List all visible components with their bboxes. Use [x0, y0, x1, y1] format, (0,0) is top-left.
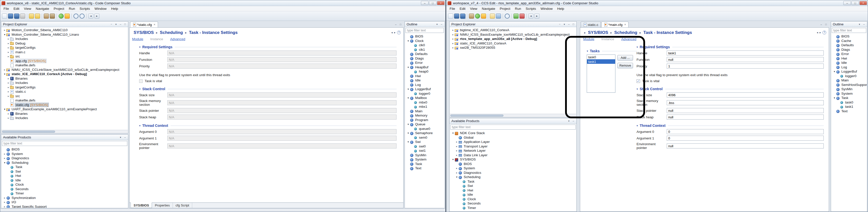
filter-input[interactable] [406, 28, 444, 33]
search-icon[interactable] [73, 13, 79, 19]
tree-item[interactable]: ▸Data Link Layer [450, 153, 576, 157]
editor-tab[interactable]: *main.cfg× [601, 22, 628, 27]
tree-item[interactable]: ▸static.c [1, 90, 128, 94]
view-menu-icon[interactable]: ▾ [114, 22, 118, 26]
tree-item[interactable]: ▾Scheduling [1, 161, 128, 165]
search-file-icon[interactable] [80, 13, 85, 19]
tree-item[interactable]: ▸Includes [1, 37, 128, 41]
menu-item[interactable]: File [447, 7, 457, 10]
stack-pointer-input[interactable]: null [667, 108, 824, 113]
search-icon[interactable] [505, 13, 510, 19]
breadcrumb-item[interactable]: Task - Instance Settings [189, 30, 238, 35]
tree-item[interactable]: Defaults [405, 52, 444, 56]
breadcrumb-item[interactable]: SYS/BIOS [588, 30, 608, 35]
menu-item[interactable]: Edit [11, 7, 22, 10]
menu-item[interactable]: Edit [457, 7, 468, 10]
minimize-view-icon[interactable]: – [119, 22, 123, 26]
tree-item[interactable]: ▸src [1, 94, 128, 99]
breadcrumb-item[interactable]: SYS/BIOS [133, 30, 154, 35]
tree-item[interactable]: SemiHostSupport [831, 83, 867, 87]
section-required-settings[interactable]: ▾ Required Settings [637, 45, 824, 49]
tree-item[interactable]: task0 [831, 100, 867, 105]
tree-item[interactable]: ▸main.c [1, 50, 128, 55]
flash-icon[interactable] [481, 13, 486, 19]
view-menu-icon[interactable]: ▾ [858, 22, 862, 26]
tree-item[interactable]: Clock [1, 182, 128, 187]
help-icon[interactable]: ? [397, 31, 401, 34]
twisty-icon[interactable]: ▾ [407, 39, 410, 42]
tree-item[interactable]: BIOS [450, 162, 576, 166]
breadcrumb-item[interactable]: Scheduling [614, 30, 637, 35]
bottom-tab[interactable]: Properties [152, 203, 173, 208]
twisty-icon[interactable]: ▾ [452, 158, 455, 161]
minimize-button[interactable]: – [843, 1, 851, 5]
stack-heap-input[interactable]: null [667, 114, 824, 119]
tree-item[interactable]: ▸src [1, 54, 128, 59]
tree-item[interactable]: ▾LoggerBuf [831, 69, 867, 74]
tree-item[interactable]: ▸bigtime_ICE_AM8C110_CortexA [450, 28, 576, 32]
tree-item[interactable]: ▾Scheduling [450, 175, 576, 179]
stack-memory-section-input[interactable]: .bss [667, 100, 824, 105]
tree-item[interactable]: Global [450, 135, 576, 140]
menu-item[interactable]: Help [555, 7, 566, 10]
tree-item[interactable]: Cache [831, 39, 867, 43]
collapse-all-icon[interactable]: − [558, 22, 562, 26]
titlebar[interactable]: workspace_v7_4 - CCS Edit - rtos_templat… [446, 0, 868, 6]
tree-item[interactable]: clk0 [405, 43, 444, 47]
twisty-icon[interactable]: ▸ [7, 46, 10, 49]
maximize-button[interactable]: □ [851, 1, 859, 5]
twisty-icon[interactable]: ▸ [7, 42, 10, 45]
tree-item[interactable]: Text [405, 166, 444, 171]
tree-item[interactable]: Task [1, 165, 128, 169]
tree-item[interactable]: ▾HeapBuf [405, 65, 444, 70]
tree-item[interactable]: makefile.defs [1, 98, 128, 103]
tree-item[interactable]: Swi [1, 169, 128, 174]
editor-tab[interactable]: static.c [581, 22, 601, 27]
tree-item[interactable]: Timer [1, 191, 128, 196]
filter-input[interactable] [832, 28, 866, 33]
twisty-icon[interactable]: ▸ [7, 81, 10, 84]
tree-item[interactable]: Diags [831, 47, 867, 52]
twisty-icon[interactable]: ▾ [407, 88, 410, 91]
menu-item[interactable]: View [468, 7, 479, 10]
tree-item[interactable]: ▾Mailbox [405, 96, 444, 100]
menu-item[interactable]: Window [538, 7, 555, 10]
section-thread-context[interactable]: ▾ Thread Context [139, 123, 397, 128]
tree-item[interactable]: Clock [450, 197, 576, 202]
minimize-view-icon[interactable]: – [123, 135, 127, 139]
tree-item[interactable]: ▸swi2B_TMS320F28055 [450, 45, 576, 50]
tree-item[interactable]: ▸Synchronization [1, 196, 128, 200]
tree-item[interactable]: Seconds [450, 201, 576, 206]
tree-item[interactable]: ▾Queue [405, 122, 444, 127]
tree-item[interactable]: logger0 [831, 74, 867, 78]
undo-icon[interactable] [29, 13, 34, 19]
tree-item[interactable]: Memory [405, 113, 444, 118]
print-icon[interactable] [20, 13, 25, 19]
new-project-icon[interactable] [490, 13, 495, 19]
menu-item[interactable]: File [1, 7, 11, 10]
import-icon[interactable] [496, 13, 501, 19]
menu-item[interactable]: Project [51, 7, 66, 10]
save-icon[interactable] [8, 13, 13, 19]
tree-item[interactable]: ▸targetConfigs [1, 85, 128, 90]
save-icon[interactable] [454, 13, 459, 19]
twisty-icon[interactable]: ▸ [455, 140, 458, 143]
tree-item[interactable]: ▸Target Specific Support [1, 205, 128, 208]
tree-item[interactable]: Idle [1, 178, 128, 183]
tree-item[interactable]: app.cfg[SYS/BIOS] [1, 59, 128, 63]
close-icon[interactable]: × [154, 23, 155, 26]
tree-item[interactable]: ▾LoggerBuf [405, 87, 444, 92]
minimize-view-icon[interactable]: – [439, 22, 443, 26]
tree-item[interactable]: Timer [450, 206, 576, 210]
minimize-editor-icon[interactable]: – [819, 23, 823, 26]
twisty-icon[interactable]: ▾ [833, 70, 836, 73]
menu-item[interactable]: Navigate [33, 7, 51, 10]
back-icon[interactable]: ◂ [391, 31, 393, 34]
tree-item[interactable]: Swi [450, 184, 576, 188]
bottom-tab[interactable]: SYS/BIOS [131, 203, 152, 208]
twisty-icon[interactable]: ▾ [833, 97, 836, 99]
breadcrumb-item[interactable]: Scheduling [160, 30, 183, 35]
tree-item[interactable]: Main [831, 78, 867, 83]
tree-item[interactable]: Idle [831, 61, 867, 65]
tree-item[interactable]: System [831, 92, 867, 96]
